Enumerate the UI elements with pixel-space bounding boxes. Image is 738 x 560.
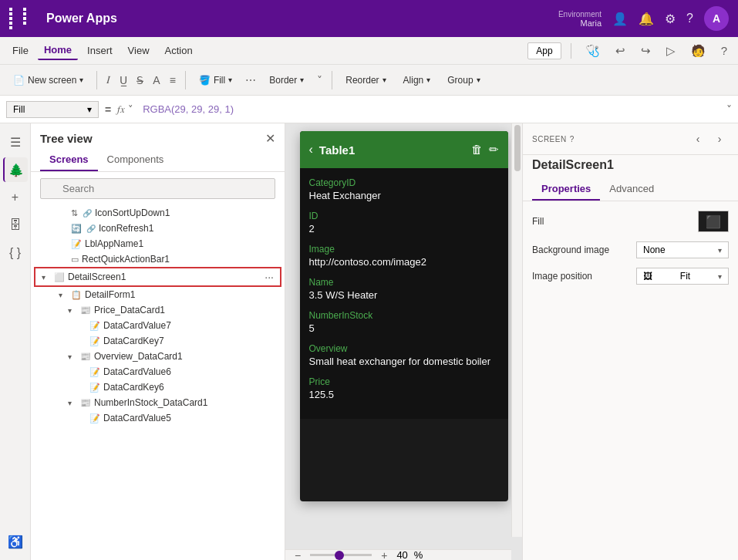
tab-screens[interactable]: Screens	[40, 149, 98, 171]
edit-icon[interactable]: ✏	[489, 143, 499, 157]
search-input[interactable]	[40, 178, 275, 199]
tree-close-button[interactable]: ✕	[265, 131, 275, 146]
add-icon[interactable]: +	[3, 185, 28, 210]
hamburger-icon[interactable]: ☰	[3, 130, 28, 154]
bell-icon[interactable]: 🔔	[639, 12, 654, 26]
item-label: DetailScreen1	[68, 272, 126, 282]
environment-info: Environment Maria	[558, 10, 602, 28]
props-nav-next[interactable]: ›	[710, 130, 729, 148]
tab-advanced[interactable]: Advanced	[600, 178, 663, 201]
zoom-slider[interactable]	[310, 554, 372, 556]
accessibility-icon[interactable]: ♿	[3, 529, 28, 554]
user-icon[interactable]: 👤	[612, 12, 628, 26]
tab-components[interactable]: Components	[98, 149, 174, 171]
tab-properties[interactable]: Properties	[532, 178, 600, 201]
fill-color-button[interactable]: ⬛	[698, 211, 729, 232]
canvas-scroll-v[interactable]	[511, 123, 522, 537]
help2-icon[interactable]: ?	[716, 42, 732, 59]
bg-image-label: Background image	[532, 245, 609, 255]
formula-expand-icon[interactable]: ˅	[726, 103, 732, 116]
person-add-icon[interactable]: 🧑	[686, 42, 710, 59]
font-size-icon[interactable]: A	[150, 71, 163, 89]
settings-icon[interactable]: ⚙	[665, 12, 676, 26]
tree-item-rectquickactionbar1[interactable]: ▭ RectQuickActionBar1	[31, 251, 285, 267]
border-expand-icon[interactable]: ˅	[314, 71, 325, 89]
tree-icon[interactable]: 🌲	[3, 157, 28, 182]
tree-item-price-datacard1[interactable]: ▾ 📰 Price_DataCard1	[31, 302, 285, 318]
fill-button[interactable]: 🪣 Fill	[192, 71, 239, 89]
fill-expand-icon[interactable]: ⋯	[242, 71, 259, 89]
label-icon: 📝	[89, 413, 100, 423]
field-price-value: 125.5	[309, 389, 499, 400]
underline-icon[interactable]: U̲	[116, 71, 130, 89]
chevron-icon: ▾	[42, 273, 51, 282]
menu-home[interactable]: Home	[38, 41, 78, 60]
bg-image-dropdown[interactable]: None ▾	[636, 241, 729, 258]
italic-icon[interactable]: 𝐼	[103, 70, 113, 89]
field-numberinstock: NumberInStock 5	[309, 310, 499, 334]
reorder-button[interactable]: Reorder	[339, 71, 393, 89]
delete-icon[interactable]: 🗑	[471, 143, 483, 157]
back-icon[interactable]: ‹	[309, 143, 313, 157]
redo-icon[interactable]: ↪	[636, 42, 655, 59]
tree-item-datacardvalue7[interactable]: 📝 DataCardValue7	[31, 318, 285, 333]
field-image-value: http://contoso.com/image2	[309, 256, 499, 268]
align-button[interactable]: Align	[396, 71, 438, 89]
tree-item-datacardvalue6[interactable]: 📝 DataCardValue6	[31, 364, 285, 380]
formula-property-arrow: ▾	[87, 104, 92, 115]
label-icon: 📝	[71, 239, 82, 249]
props-nav-prev[interactable]: ‹	[689, 130, 707, 148]
strikethrough-icon[interactable]: S̶	[133, 71, 147, 89]
new-screen-button[interactable]: 📄 New screen	[6, 71, 90, 89]
menu-file[interactable]: File	[6, 42, 35, 59]
play-icon[interactable]: ▷	[662, 42, 680, 59]
menu-insert[interactable]: Insert	[81, 42, 119, 59]
datacard-icon: 📰	[80, 352, 91, 362]
question-icon[interactable]: ?	[570, 135, 575, 143]
formula-input[interactable]	[140, 102, 720, 116]
menu-view[interactable]: View	[122, 42, 156, 59]
tree-item-detailform1[interactable]: ▾ 📋 DetailForm1	[31, 287, 285, 302]
align-icon[interactable]: ≡	[167, 71, 179, 89]
tree-items: ⇅ 🔗 IconSortUpDown1 🔄 🔗 IconRefresh1 📝 L…	[31, 205, 285, 560]
scroll-thumb-v[interactable]	[514, 125, 521, 171]
code-icon[interactable]: { }	[3, 241, 28, 265]
avatar[interactable]: A	[704, 6, 729, 31]
border-button[interactable]: Border	[262, 71, 311, 89]
field-overview: Overview Small heat exchanger for domest…	[309, 343, 499, 367]
chevron-icon: ▾	[59, 291, 68, 299]
group-button[interactable]: Group	[440, 71, 487, 89]
canvas-scroll-h: − + 40 %	[285, 549, 511, 560]
img-position-dropdown[interactable]: 🖼 Fit ▾	[636, 268, 729, 285]
zoom-in-button[interactable]: +	[378, 549, 390, 561]
field-id: ID 2	[309, 211, 499, 234]
app-button[interactable]: App	[527, 42, 561, 59]
field-categoryid-value: Heat Exchanger	[309, 190, 499, 201]
screen-icon: ⬜	[54, 272, 65, 282]
tree-item-datacardkey6[interactable]: 📝 DataCardKey6	[31, 380, 285, 395]
tree-item-datacardvalue5[interactable]: 📝 DataCardValue5	[31, 410, 285, 426]
zoom-out-button[interactable]: −	[291, 549, 304, 561]
formula-fx-button[interactable]: 𝑓𝑥 ˅	[117, 103, 133, 116]
toolbar: 📄 New screen 𝐼 U̲ S̶ A ≡ 🪣 Fill ⋯ Border…	[0, 65, 738, 96]
tree-item-numberinstock-datacard1[interactable]: ▾ 📰 NumberInStock_DataCard1	[31, 395, 285, 410]
tree-item-detailscreen1[interactable]: ▾ ⬜ DetailScreen1 ···	[34, 267, 281, 287]
tree-item-lblappname1[interactable]: 📝 LblAppName1	[31, 236, 285, 251]
stethoscope-icon[interactable]: 🩺	[581, 42, 605, 59]
tree-item-iconsortupdown1[interactable]: ⇅ 🔗 IconSortUpDown1	[31, 205, 285, 221]
help-icon[interactable]: ?	[686, 12, 693, 25]
tree-item-datacardkey7[interactable]: 📝 DataCardKey7	[31, 333, 285, 349]
menu-action[interactable]: Action	[159, 42, 199, 59]
item-label: DataCardValue7	[103, 320, 171, 331]
tree-item-iconrefresh1[interactable]: 🔄 🔗 IconRefresh1	[31, 221, 285, 236]
canvas-area[interactable]: ‹ Table1 🗑 ✏ CategoryID Heat Exchanger I…	[285, 123, 522, 560]
more-icon[interactable]: ···	[265, 271, 274, 283]
fill-icon: 🪣	[199, 75, 211, 86]
data-icon[interactable]: 🗄	[3, 213, 28, 238]
zoom-thumb[interactable]	[335, 551, 344, 560]
tree-item-overview-datacard1[interactable]: ▾ 📰 Overview_DataCard1	[31, 349, 285, 364]
formula-property[interactable]: Fill ▾	[6, 101, 99, 118]
phone-header: ‹ Table1 🗑 ✏	[300, 131, 508, 168]
undo-icon[interactable]: ↩	[611, 42, 630, 59]
grid-icon[interactable]	[9, 8, 35, 29]
